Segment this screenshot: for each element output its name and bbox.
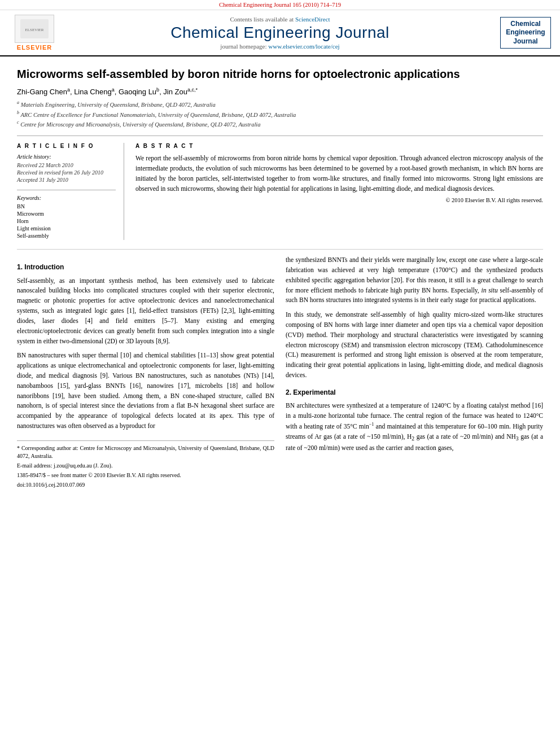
article-info-heading: A R T I C L E I N F O (17, 143, 116, 149)
info-abstract-section: A R T I C L E I N F O Article history: R… (17, 136, 543, 240)
citation-text: Chemical Engineering Journal 165 (2010) … (219, 2, 341, 8)
keyword-self-assembly: Self-assembly (17, 233, 116, 239)
article-title: Microworms self-assembled by boron nitri… (17, 67, 543, 81)
received-revised-date: Received in revised form 26 July 2010 (17, 169, 116, 176)
footnote-doi: doi:10.1016/j.cej.2010.07.069 (17, 481, 274, 489)
citation-bar: Chemical Engineering Journal 165 (2010) … (0, 0, 560, 10)
keywords-label: Keywords: (17, 195, 116, 201)
footnote-corresponding: * Corresponding author at: Centre for Mi… (17, 444, 274, 460)
intro-heading: 1. Introduction (17, 262, 274, 273)
right-logo: Chemical Engineering Journal (500, 17, 551, 49)
cej-box: Chemical Engineering Journal (500, 17, 551, 49)
keyword-horn: Horn (17, 218, 116, 224)
abstract-text: We report the self-assembly of microworm… (135, 154, 543, 194)
journal-header: ELSEVIER ELSEVIER Contents lists availab… (0, 10, 560, 56)
section-divider (17, 249, 543, 250)
intro-para-1: Self-assembly, as an important synthesis… (17, 276, 274, 347)
affiliation-c: c Centre for Microscopy and Microanalysi… (17, 119, 543, 129)
keyword-light-emission: Light emission (17, 225, 116, 231)
footnote-area: * Corresponding author at: Centre for Mi… (17, 440, 274, 489)
history-label: Article history: (17, 154, 116, 160)
journal-homepage: journal homepage: www.elsevier.com/locat… (65, 43, 495, 50)
affiliation-a: a Materials Engineering, University of Q… (17, 99, 543, 109)
abstract-heading: A B S T R A C T (135, 143, 543, 149)
body-right-col: the synthesized BNNTs and their yields w… (286, 255, 543, 491)
keyword-bn: BN (17, 203, 116, 209)
elsevier-graphic: ELSEVIER (15, 15, 54, 43)
intro-para-2: BN nanostructures with super thermal [10… (17, 351, 274, 431)
copyright-line: © 2010 Elsevier B.V. All rights reserved… (135, 197, 543, 203)
homepage-url[interactable]: www.elsevier.com/locate/cej (268, 43, 339, 50)
journal-center: Contents lists available at ScienceDirec… (65, 16, 495, 50)
authors-line: Zhi-Gang Chena, Lina Chenga, Gaoqing Lub… (17, 87, 543, 96)
elsevier-wordmark: ELSEVIER (17, 44, 52, 51)
intro-right-para-1: the synthesized BNNTs and their yields w… (286, 255, 543, 305)
keyword-microworm: Microworm (17, 211, 116, 217)
sciencedirect-link: Contents lists available at ScienceDirec… (65, 16, 495, 23)
footnote-issn: 1385-8947/$ – see front matter © 2010 El… (17, 471, 274, 479)
experimental-heading: 2. Experimental (286, 387, 543, 398)
body-two-col: 1. Introduction Self-assembly, as an imp… (17, 255, 543, 491)
journal-title: Chemical Engineering Journal (65, 24, 495, 42)
abstract-section: A B S T R A C T We report the self-assem… (135, 143, 543, 240)
main-content: Microworms self-assembled by boron nitri… (0, 56, 560, 501)
keywords-section: Keywords: BN Microworm Horn Light emissi… (17, 190, 116, 239)
received-date: Received 22 March 2010 (17, 162, 116, 168)
body-left-col: 1. Introduction Self-assembly, as an imp… (17, 255, 274, 491)
affiliation-b: b ARC Centre of Excellence for Functiona… (17, 110, 543, 119)
experimental-para-1: BN architectures were synthesized at a t… (286, 401, 543, 453)
footnote-email: E-mail address: j.zou@uq.edu.au (J. Zou)… (17, 462, 274, 470)
article-info: A R T I C L E I N F O Article history: R… (17, 143, 124, 240)
affiliations: a Materials Engineering, University of Q… (17, 99, 543, 129)
intro-right-para-2: In this study, we demonstrate self-assem… (286, 310, 543, 381)
svg-text:ELSEVIER: ELSEVIER (25, 28, 43, 32)
sciencedirect-url[interactable]: ScienceDirect (295, 16, 330, 23)
accepted-date: Accepted 31 July 2010 (17, 177, 116, 183)
elsevier-logo: ELSEVIER ELSEVIER (9, 15, 60, 51)
